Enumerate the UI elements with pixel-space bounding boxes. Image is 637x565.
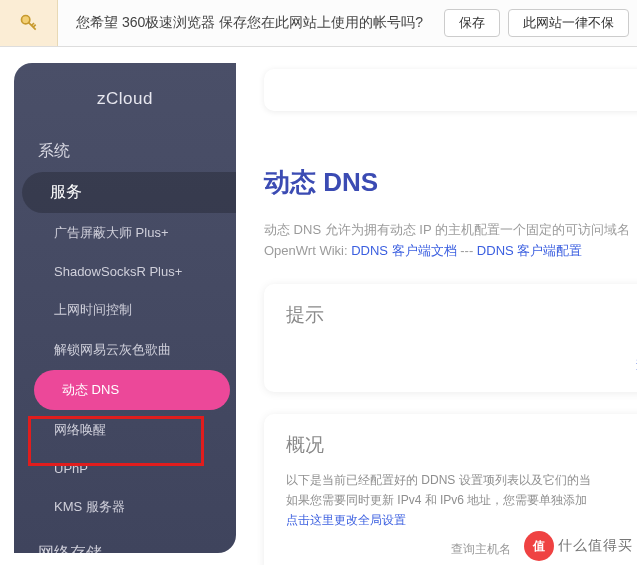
hint-card: 提示 查看更: [264, 284, 637, 392]
sidebar-item-wol[interactable]: 网络唤醒: [14, 410, 236, 450]
main-content: 动态 DNS 动态 DNS 允许为拥有动态 IP 的主机配置一个固定的可访问域名…: [236, 47, 637, 565]
desc-sep: ---: [460, 243, 477, 258]
hint-more-link[interactable]: 查看更: [286, 356, 637, 374]
desc-text: 动态 DNS 允许为拥有动态 IP 的主机配置一个固定的可访问域名: [264, 222, 630, 237]
never-save-button[interactable]: 此网站一律不保: [508, 9, 629, 37]
sidebar-item-ddns[interactable]: 动态 DNS: [34, 370, 230, 410]
sidebar-item-kms[interactable]: KMS 服务器: [14, 487, 236, 527]
sidebar-item-upnp[interactable]: UPnP: [14, 450, 236, 487]
search-input[interactable]: [264, 69, 637, 111]
nav-category-services[interactable]: 服务: [22, 172, 236, 213]
overview-line1: 以下是当前已经配置好的 DDNS 设置项列表以及它们的当: [286, 473, 591, 487]
sidebar-item-netease[interactable]: 解锁网易云灰色歌曲: [14, 330, 236, 370]
watermark-text: 什么值得买: [558, 537, 633, 555]
sidebar-item-ssr[interactable]: ShadowSocksR Plus+: [14, 253, 236, 290]
desc-wiki-prefix: OpenWrt Wiki:: [264, 243, 351, 258]
overview-global-link[interactable]: 点击这里更改全局设置: [286, 513, 406, 527]
browser-save-bar: 您希望 360极速浏览器 保存您在此网站上使用的帐号吗? 保存 此网站一律不保: [0, 0, 637, 47]
link-ddns-config[interactable]: DDNS 客户端配置: [477, 243, 582, 258]
watermark: 值 什么值得买: [524, 531, 633, 561]
page-title: 动态 DNS: [264, 165, 637, 200]
save-button[interactable]: 保存: [444, 9, 500, 37]
sidebar-item-time-control[interactable]: 上网时间控制: [14, 290, 236, 330]
page-description: 动态 DNS 允许为拥有动态 IP 的主机配置一个固定的可访问域名 OpenWr…: [264, 220, 637, 262]
hint-title: 提示: [286, 302, 637, 328]
save-prompt-text: 您希望 360极速浏览器 保存您在此网站上使用的帐号吗?: [58, 14, 444, 32]
link-ddns-doc[interactable]: DDNS 客户端文档: [351, 243, 456, 258]
sidebar-item-adblock[interactable]: 广告屏蔽大师 Plus+: [14, 213, 236, 253]
nav-category-system[interactable]: 系统: [14, 131, 236, 172]
key-icon: [0, 0, 58, 46]
brand-title: zCloud: [14, 83, 236, 131]
nav-category-storage[interactable]: 网络存储: [14, 533, 236, 553]
overview-title: 概况: [286, 432, 637, 458]
watermark-badge: 值: [524, 531, 554, 561]
overview-line2: 如果您需要同时更新 IPv4 和 IPv6 地址，您需要单独添加: [286, 493, 587, 507]
sidebar: zCloud 系统 服务 广告屏蔽大师 Plus+ ShadowSocksR P…: [14, 63, 236, 553]
